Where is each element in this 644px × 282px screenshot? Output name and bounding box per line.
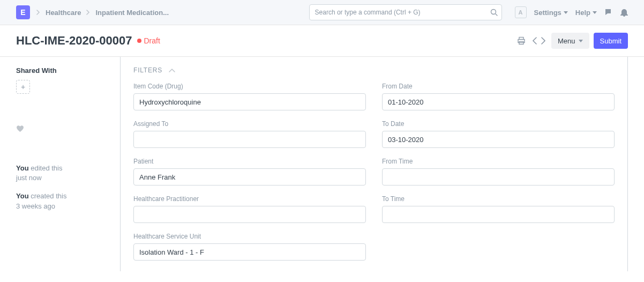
timeline-action: created this [31, 192, 66, 200]
right-column: From Date To Date From Time To Time [382, 83, 615, 223]
top-actions: A Settings Help [515, 6, 628, 18]
to-time-input[interactable] [382, 206, 615, 223]
timeline: You edited this just now You created thi… [16, 164, 107, 211]
form-card: FILTERS Item Code (Drug) Assigned To [120, 57, 628, 271]
search-input[interactable] [309, 4, 502, 20]
field-label: Item Code (Drug) [133, 83, 366, 90]
search-icon [490, 9, 498, 16]
form-canvas: FILTERS Item Code (Drug) Assigned To [120, 57, 644, 282]
field-label: To Date [382, 120, 615, 128]
prev-record[interactable] [531, 36, 538, 46]
field-label: From Time [382, 158, 615, 165]
caret-down-icon [579, 40, 583, 42]
shared-with-heading: Shared With [16, 66, 107, 75]
app-logo[interactable]: E [16, 5, 30, 19]
breadcrumb: Healthcare Inpatient Medication... [36, 9, 169, 17]
to-date-input[interactable] [382, 131, 615, 148]
field-to-time: To Time [382, 195, 615, 223]
patient-input[interactable] [133, 168, 366, 185]
menu-button-label: Menu [558, 37, 575, 45]
menu-button[interactable]: Menu [551, 33, 589, 49]
timeline-entry: You created this 3 weeks ago [16, 191, 107, 211]
field-practitioner: Healthcare Practitioner [133, 195, 366, 223]
field-item-code: Item Code (Drug) [133, 83, 366, 110]
user-avatar-letter: A [519, 9, 523, 16]
like-icon[interactable] [16, 125, 107, 132]
help-link[interactable]: Help [575, 9, 597, 17]
help-label: Help [575, 9, 590, 17]
submit-button[interactable]: Submit [594, 33, 628, 49]
field-label: From Date [382, 83, 615, 90]
timeline-who: You [16, 192, 29, 200]
chat-icon[interactable] [604, 8, 613, 17]
record-nav [531, 36, 547, 46]
bell-icon[interactable] [620, 8, 628, 17]
left-column: Item Code (Drug) Assigned To Patient Hea… [133, 83, 366, 261]
svg-point-0 [491, 10, 496, 14]
next-record[interactable] [540, 36, 547, 46]
practitioner-input[interactable] [133, 206, 366, 223]
section-header[interactable]: FILTERS [133, 66, 615, 74]
print-icon[interactable] [516, 35, 527, 46]
status-indicator-icon [137, 39, 141, 43]
status-badge: Draft [144, 36, 160, 45]
assigned-to-input[interactable] [133, 131, 366, 148]
page-title: HLC-IME-2020-00007 [16, 34, 132, 48]
field-label: Assigned To [133, 120, 366, 128]
timeline-action: edited this [31, 164, 62, 172]
main-layout: Shared With + You edited this just now Y… [0, 57, 644, 282]
field-assigned-to: Assigned To [133, 120, 366, 148]
settings-label: Settings [534, 9, 561, 17]
timeline-who: You [16, 164, 29, 172]
submit-button-label: Submit [600, 37, 621, 45]
section-title: FILTERS [133, 66, 162, 74]
from-time-input[interactable] [382, 168, 615, 185]
field-service-unit: Healthcare Service Unit [133, 233, 366, 261]
field-to-date: To Date [382, 120, 615, 148]
field-label: To Time [382, 195, 615, 203]
fields-grid: Item Code (Drug) Assigned To Patient Hea… [133, 83, 615, 261]
chevron-right-icon [36, 10, 40, 15]
settings-link[interactable]: Settings [534, 9, 568, 17]
field-label: Healthcare Service Unit [133, 233, 366, 240]
app-logo-letter: E [20, 8, 25, 17]
chevron-right-icon [86, 10, 90, 15]
page-actions: Menu Submit [516, 33, 628, 49]
field-patient: Patient [133, 158, 366, 185]
topbar: E Healthcare Inpatient Medication... A S… [0, 0, 644, 25]
field-label: Healthcare Practitioner [133, 195, 366, 203]
field-label: Patient [133, 158, 366, 165]
add-share-button[interactable]: + [16, 80, 30, 94]
page-header: HLC-IME-2020-00007 Draft Menu Submit [0, 25, 644, 57]
chevron-up-icon [169, 68, 175, 72]
breadcrumb-item[interactable]: Healthcare [46, 9, 81, 17]
timeline-entry: You edited this just now [16, 164, 107, 183]
from-date-input[interactable] [382, 93, 615, 110]
field-from-date: From Date [382, 83, 615, 110]
timeline-when: just now [16, 174, 42, 182]
caret-down-icon [564, 11, 568, 14]
user-avatar[interactable]: A [515, 6, 527, 18]
timeline-when: 3 weeks ago [16, 202, 55, 210]
breadcrumb-item[interactable]: Inpatient Medication... [95, 9, 169, 17]
caret-down-icon [593, 11, 597, 14]
field-from-time: From Time [382, 158, 615, 185]
item-code-input[interactable] [133, 93, 366, 110]
search-container [309, 4, 502, 20]
sidebar: Shared With + You edited this just now Y… [0, 57, 120, 282]
service-unit-input[interactable] [133, 243, 366, 261]
